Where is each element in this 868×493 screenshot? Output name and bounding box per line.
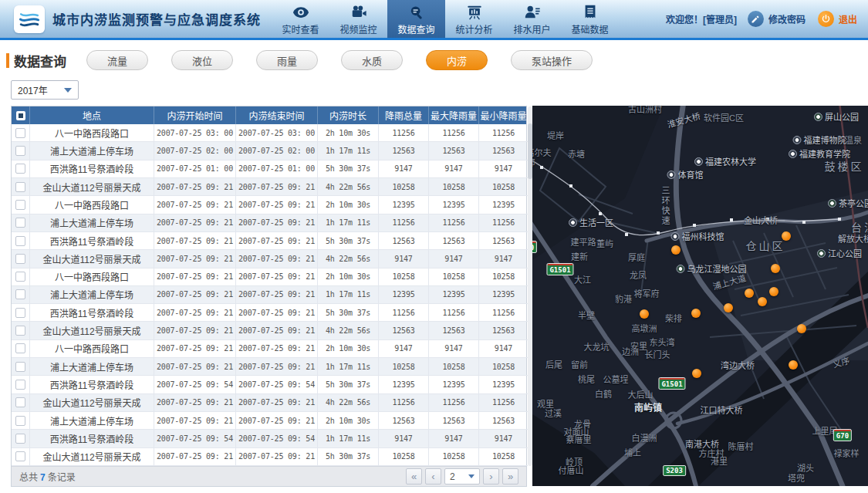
nav-item-eye[interactable]: 实时查看 [272,0,329,38]
query-section-header: 数据查询 流量液位雨量水质内涝泵站操作 [0,48,868,73]
row-checkbox[interactable] [15,254,25,264]
nav-item-chart[interactable]: 统计分析 [445,0,503,38]
flood-point-marker[interactable] [691,309,701,318]
flood-point-marker[interactable] [692,369,701,378]
row-checkbox[interactable] [15,146,25,156]
select-all-checkbox[interactable] [16,111,25,120]
cell-value: 4h 22m 56s [318,394,379,412]
nav-item-doc[interactable]: 基础数据 [561,0,619,38]
row-checkbox[interactable] [15,289,25,299]
cell-value: 10258 [479,448,528,466]
map-label-text: 白漫洲 [632,431,657,444]
poi-icon [694,157,703,166]
column-header-1: 地点 [30,106,154,124]
row-checkbox[interactable] [15,236,25,246]
flood-point-marker[interactable] [782,231,791,241]
record-count-suffix: 条记录 [48,472,76,483]
row-checkbox[interactable] [15,362,25,372]
flood-point-marker[interactable] [797,324,806,333]
flood-point-marker[interactable] [671,245,681,255]
map-label: 江心公园 [817,247,862,259]
nav-item-search[interactable]: 数据查询 [387,0,445,38]
map-label: 大后山 [628,388,654,400]
map-label-text: 长门头 [645,348,670,360]
cell-value: 12563 [379,412,429,430]
map-label: 陈厝村 [728,440,754,452]
chart-icon [464,2,485,21]
map-label-text: 体育馆 [678,168,704,181]
map-label: 付厝山 [559,464,584,476]
map-label: 鼓楼区 [825,158,864,174]
row-checkbox[interactable] [15,451,25,461]
flood-point-marker[interactable] [640,309,649,319]
row-checkbox[interactable] [15,416,25,426]
poi-icon [789,150,797,158]
row-checkbox[interactable] [15,218,25,228]
change-password-button[interactable] [748,11,764,27]
waterlogging-table: 地点内涝开始时间内涝结束时间内涝时长降雨总量最大降雨量最小降雨量 八一中路西段路… [11,106,527,487]
map-panel[interactable]: 古山洲村淮安大桥软件园C区屏山公园堤岸福建博物院温泉高尔夫部赤塘福建教育学院鼓楼… [532,106,868,486]
row-checkbox[interactable] [15,380,25,390]
page-last-button[interactable]: » [502,468,518,485]
year-select[interactable]: 2017年 [11,80,79,100]
flood-point-marker[interactable] [758,297,767,306]
map-label-text: 茶亭公园 [839,197,868,209]
filter-pill-4[interactable]: 水质 [341,50,403,70]
logout-button[interactable] [818,11,834,27]
cell-value: 2007-07-25 09: 21 [236,286,318,304]
logout-link[interactable]: 退出 [839,12,857,25]
row-checkbox[interactable] [15,326,25,336]
flood-point-marker[interactable] [724,303,733,312]
flood-point-marker[interactable] [745,289,754,298]
row-checkbox[interactable] [15,164,25,174]
row-checkbox-cell [12,160,30,178]
map-label: 东头湾 [650,336,675,348]
map-label: 龙凤 [630,268,647,281]
flood-point-marker[interactable] [789,360,798,370]
waves-logo-icon [16,8,42,31]
map-label-text: 屏山公园 [825,110,859,123]
row-checkbox[interactable] [15,397,25,407]
flood-point-marker[interactable] [771,264,780,273]
row-checkbox[interactable] [15,272,25,282]
cell-value: 2007-07-25 09: 21 [154,286,236,304]
nav-item-label: 视频监控 [339,22,377,35]
row-checkbox-cell [12,196,30,214]
row-checkbox[interactable] [15,434,25,444]
cell-value: 10258 [379,268,429,286]
filter-pill-5[interactable]: 内涝 [426,50,488,70]
nav-item-user[interactable]: 排水用户 [503,0,561,38]
page-next-button[interactable]: › [483,468,499,485]
page-select[interactable]: 2 [444,468,480,485]
table-row: 西洪路11号祭酒岭段2007-07-25 09: 212007-07-25 09… [12,304,526,322]
map-label-text: 龙凤 [630,268,647,281]
flood-point-marker[interactable] [769,287,778,296]
cell-value: 10258 [479,178,528,196]
table-row: 八一中路西段路口2007-07-25 03: 002007-07-25 03: … [12,124,526,142]
map-label-text: 江心公园 [828,247,862,259]
map-label-text: 禄家样 [834,447,860,459]
map-label-text: 南屿镇 [634,400,662,414]
cell-value: 2007-07-25 09: 21 [236,304,318,322]
row-checkbox[interactable] [15,308,25,318]
row-checkbox-cell [12,448,30,466]
map-label: 厚庭 [628,251,645,263]
nav-item-video[interactable]: 视频监控 [329,0,387,38]
row-checkbox[interactable] [15,200,25,210]
map-label-text: 厚庭 [628,251,645,263]
page-prev-button[interactable]: ‹ [425,468,441,485]
cell-value: 12563 [379,142,429,160]
filter-pill-2[interactable]: 液位 [171,50,233,70]
cell-value: 9147 [479,430,528,447]
filter-pill-3[interactable]: 雨量 [256,50,318,70]
filter-pill-1[interactable]: 流量 [86,50,148,70]
row-checkbox[interactable] [15,182,25,192]
row-checkbox-cell [12,268,30,286]
road-shield: S203 [663,465,686,476]
row-checkbox[interactable] [15,128,25,138]
map-label-text: 埔上 [624,446,641,458]
page-first-button[interactable]: « [406,468,422,485]
change-password-link[interactable]: 修改密码 [768,12,806,25]
filter-pill-6[interactable]: 泵站操作 [511,50,593,70]
row-checkbox[interactable] [15,343,25,353]
